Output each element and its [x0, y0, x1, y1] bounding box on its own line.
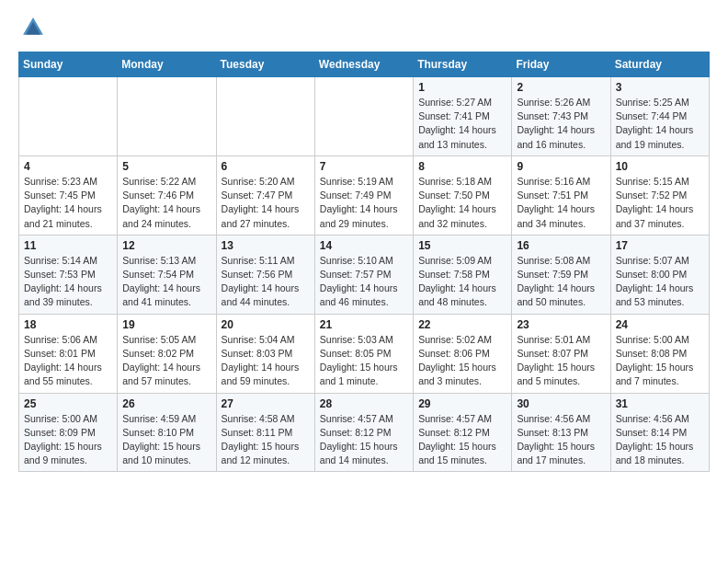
header-thursday: Thursday: [414, 52, 512, 77]
week-row-5: 25Sunrise: 5:00 AM Sunset: 8:09 PM Dayli…: [19, 393, 710, 472]
week-row-1: 1Sunrise: 5:27 AM Sunset: 7:41 PM Daylig…: [19, 77, 710, 156]
day-info: Sunrise: 5:22 AM Sunset: 7:46 PM Dayligh…: [122, 175, 210, 231]
day-info: Sunrise: 5:07 AM Sunset: 8:00 PM Dayligh…: [616, 254, 704, 310]
header-wednesday: Wednesday: [314, 52, 413, 77]
day-cell: 24Sunrise: 5:00 AM Sunset: 8:08 PM Dayli…: [610, 314, 709, 393]
day-cell: 28Sunrise: 4:57 AM Sunset: 8:12 PM Dayli…: [314, 393, 413, 472]
day-cell: 20Sunrise: 5:04 AM Sunset: 8:03 PM Dayli…: [216, 314, 314, 393]
day-number: 23: [517, 318, 605, 331]
calendar-table: SundayMondayTuesdayWednesdayThursdayFrid…: [18, 52, 710, 472]
day-info: Sunrise: 5:03 AM Sunset: 8:05 PM Dayligh…: [320, 333, 408, 389]
day-info: Sunrise: 4:58 AM Sunset: 8:11 PM Dayligh…: [222, 412, 310, 468]
day-cell: 26Sunrise: 4:59 AM Sunset: 8:10 PM Dayli…: [118, 393, 216, 472]
day-cell: 14Sunrise: 5:10 AM Sunset: 7:57 PM Dayli…: [314, 235, 413, 314]
day-cell: 18Sunrise: 5:06 AM Sunset: 8:01 PM Dayli…: [19, 314, 118, 393]
day-number: 13: [222, 239, 310, 252]
day-info: Sunrise: 5:08 AM Sunset: 7:59 PM Dayligh…: [517, 254, 605, 310]
day-cell: 27Sunrise: 4:58 AM Sunset: 8:11 PM Dayli…: [216, 393, 314, 472]
day-number: 20: [222, 318, 310, 331]
day-cell: 23Sunrise: 5:01 AM Sunset: 8:07 PM Dayli…: [512, 314, 610, 393]
day-number: 28: [320, 397, 408, 410]
day-number: 8: [418, 160, 506, 173]
day-info: Sunrise: 4:57 AM Sunset: 8:12 PM Dayligh…: [320, 412, 408, 468]
day-number: 14: [320, 239, 408, 252]
header: [18, 15, 710, 44]
day-info: Sunrise: 5:11 AM Sunset: 7:56 PM Dayligh…: [222, 254, 310, 310]
day-number: 5: [122, 160, 210, 173]
day-number: 29: [418, 397, 506, 410]
day-number: 9: [517, 160, 605, 173]
day-info: Sunrise: 4:56 AM Sunset: 8:13 PM Dayligh…: [517, 412, 605, 468]
day-cell: 3Sunrise: 5:25 AM Sunset: 7:44 PM Daylig…: [610, 77, 709, 156]
header-tuesday: Tuesday: [216, 52, 314, 77]
day-cell: 30Sunrise: 4:56 AM Sunset: 8:13 PM Dayli…: [512, 393, 610, 472]
header-friday: Friday: [512, 52, 610, 77]
day-info: Sunrise: 5:20 AM Sunset: 7:47 PM Dayligh…: [222, 175, 310, 231]
calendar-header-row: SundayMondayTuesdayWednesdayThursdayFrid…: [19, 52, 710, 77]
day-number: 2: [517, 81, 605, 94]
day-cell: 1Sunrise: 5:27 AM Sunset: 7:41 PM Daylig…: [414, 77, 512, 156]
day-number: 27: [222, 397, 310, 410]
day-cell: 9Sunrise: 5:16 AM Sunset: 7:51 PM Daylig…: [512, 155, 610, 235]
header-monday: Monday: [118, 52, 216, 77]
day-info: Sunrise: 5:02 AM Sunset: 8:06 PM Dayligh…: [418, 333, 506, 389]
day-info: Sunrise: 5:27 AM Sunset: 7:41 PM Dayligh…: [418, 96, 506, 152]
day-number: 16: [517, 239, 605, 252]
day-number: 7: [320, 160, 408, 173]
day-cell: 13Sunrise: 5:11 AM Sunset: 7:56 PM Dayli…: [216, 235, 314, 314]
day-cell: 21Sunrise: 5:03 AM Sunset: 8:05 PM Dayli…: [314, 314, 413, 393]
day-cell: 31Sunrise: 4:56 AM Sunset: 8:14 PM Dayli…: [610, 393, 709, 472]
day-number: 18: [24, 318, 112, 331]
day-info: Sunrise: 5:05 AM Sunset: 8:02 PM Dayligh…: [122, 333, 210, 389]
day-number: 19: [122, 318, 210, 331]
page: SundayMondayTuesdayWednesdayThursdayFrid…: [0, 0, 728, 487]
day-info: Sunrise: 5:01 AM Sunset: 8:07 PM Dayligh…: [517, 333, 605, 389]
day-number: 21: [320, 318, 408, 331]
day-cell: 12Sunrise: 5:13 AM Sunset: 7:54 PM Dayli…: [118, 235, 216, 314]
day-info: Sunrise: 5:06 AM Sunset: 8:01 PM Dayligh…: [24, 333, 112, 389]
day-cell: 25Sunrise: 5:00 AM Sunset: 8:09 PM Dayli…: [19, 393, 118, 472]
day-cell: [314, 77, 413, 156]
day-cell: [118, 77, 216, 156]
day-number: 12: [122, 239, 210, 252]
day-number: 1: [418, 81, 506, 94]
day-number: 10: [616, 160, 704, 173]
day-info: Sunrise: 5:18 AM Sunset: 7:50 PM Dayligh…: [418, 175, 506, 231]
day-info: Sunrise: 5:26 AM Sunset: 7:43 PM Dayligh…: [517, 96, 605, 152]
day-number: 3: [616, 81, 704, 94]
day-info: Sunrise: 5:14 AM Sunset: 7:53 PM Dayligh…: [24, 254, 112, 310]
day-info: Sunrise: 4:59 AM Sunset: 8:10 PM Dayligh…: [122, 412, 210, 468]
logo: [18, 15, 50, 44]
day-number: 6: [222, 160, 310, 173]
day-info: Sunrise: 5:10 AM Sunset: 7:57 PM Dayligh…: [320, 254, 408, 310]
day-number: 25: [24, 397, 112, 410]
day-cell: 11Sunrise: 5:14 AM Sunset: 7:53 PM Dayli…: [19, 235, 118, 314]
day-info: Sunrise: 5:25 AM Sunset: 7:44 PM Dayligh…: [616, 96, 704, 152]
day-cell: 16Sunrise: 5:08 AM Sunset: 7:59 PM Dayli…: [512, 235, 610, 314]
day-cell: 22Sunrise: 5:02 AM Sunset: 8:06 PM Dayli…: [414, 314, 512, 393]
day-info: Sunrise: 4:57 AM Sunset: 8:12 PM Dayligh…: [418, 412, 506, 468]
day-number: 17: [616, 239, 704, 252]
day-cell: 7Sunrise: 5:19 AM Sunset: 7:49 PM Daylig…: [314, 155, 413, 235]
day-cell: [19, 77, 118, 156]
day-info: Sunrise: 5:13 AM Sunset: 7:54 PM Dayligh…: [122, 254, 210, 310]
day-number: 15: [418, 239, 506, 252]
header-sunday: Sunday: [19, 52, 118, 77]
day-cell: 2Sunrise: 5:26 AM Sunset: 7:43 PM Daylig…: [512, 77, 610, 156]
day-number: 31: [616, 397, 704, 410]
day-cell: 5Sunrise: 5:22 AM Sunset: 7:46 PM Daylig…: [118, 155, 216, 235]
week-row-3: 11Sunrise: 5:14 AM Sunset: 7:53 PM Dayli…: [19, 235, 710, 314]
day-number: 30: [517, 397, 605, 410]
day-number: 22: [418, 318, 506, 331]
day-cell: 8Sunrise: 5:18 AM Sunset: 7:50 PM Daylig…: [414, 155, 512, 235]
day-info: Sunrise: 5:00 AM Sunset: 8:09 PM Dayligh…: [24, 412, 112, 468]
day-cell: 19Sunrise: 5:05 AM Sunset: 8:02 PM Dayli…: [118, 314, 216, 393]
day-number: 24: [616, 318, 704, 331]
logo-icon: [20, 15, 46, 40]
day-number: 11: [24, 239, 112, 252]
week-row-4: 18Sunrise: 5:06 AM Sunset: 8:01 PM Dayli…: [19, 314, 710, 393]
day-info: Sunrise: 5:15 AM Sunset: 7:52 PM Dayligh…: [616, 175, 704, 231]
day-cell: 10Sunrise: 5:15 AM Sunset: 7:52 PM Dayli…: [610, 155, 709, 235]
day-info: Sunrise: 5:04 AM Sunset: 8:03 PM Dayligh…: [222, 333, 310, 389]
day-cell: 4Sunrise: 5:23 AM Sunset: 7:45 PM Daylig…: [19, 155, 118, 235]
